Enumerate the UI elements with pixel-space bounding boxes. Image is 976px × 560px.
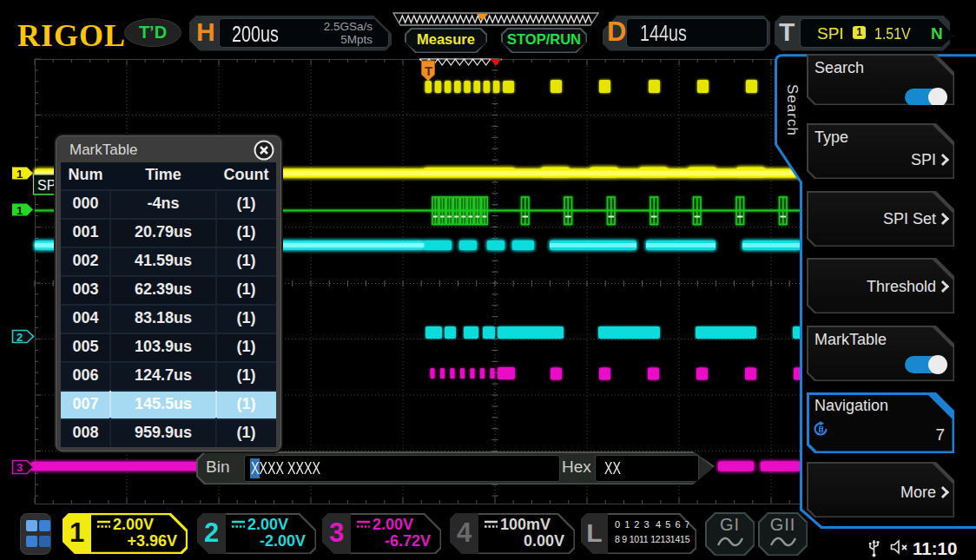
svg-text:1: 1 — [16, 204, 23, 217]
svg-text:3: 3 — [16, 461, 23, 474]
svg-text:T: T — [425, 63, 432, 78]
svg-text:2: 2 — [16, 331, 23, 344]
svg-text:1: 1 — [16, 168, 23, 181]
